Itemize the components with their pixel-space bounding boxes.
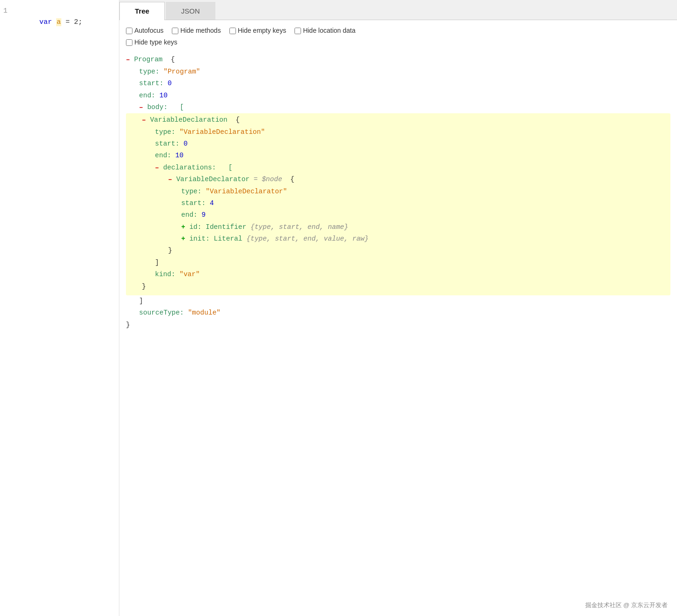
expand-id[interactable]: + xyxy=(181,221,189,233)
options-row-2: Hide type keys xyxy=(126,37,670,48)
key-type2: type: xyxy=(155,126,179,138)
tree-line-program: – Program { xyxy=(126,54,670,66)
code-rest: = 2; xyxy=(61,18,82,26)
collapse-var-decl[interactable]: – xyxy=(142,114,150,126)
collapse-declarations[interactable]: – xyxy=(155,162,163,174)
tree-line-close-body: ] xyxy=(126,295,670,307)
key-init: init: Literal xyxy=(189,233,246,245)
code-line-1: 1 var a = 2; xyxy=(0,5,119,40)
tab-json[interactable]: JSON xyxy=(166,2,215,20)
option-hide-methods-label: Hide methods xyxy=(180,25,221,37)
tree-line-sourcetype: sourceType: "module" xyxy=(126,307,670,319)
val-end-program: 10 xyxy=(160,90,168,102)
collapse-body[interactable]: – xyxy=(139,102,147,113)
tree-line-close-vardeclarator: } xyxy=(129,245,668,257)
val-kind: "var" xyxy=(179,269,200,280)
option-hide-empty-keys[interactable]: Hide empty keys xyxy=(229,25,286,37)
expand-init[interactable]: + xyxy=(181,233,189,245)
option-hide-empty-keys-label: Hide empty keys xyxy=(238,25,286,37)
right-panel: Tree JSON Autofocus Hide methods Hide em… xyxy=(119,0,677,616)
checkbox-hide-empty-keys[interactable] xyxy=(229,28,236,34)
key-declarations: declarations: [ xyxy=(163,162,232,174)
val-type-program: "Program" xyxy=(163,66,200,78)
tree-line-end-program: end: 10 xyxy=(126,90,670,102)
key-id: id: Identifier xyxy=(189,221,250,233)
punc: { xyxy=(162,54,175,66)
val-start-vardeclarator: 4 xyxy=(210,198,214,209)
variable-a: a xyxy=(56,18,61,26)
key-type: type: xyxy=(139,66,163,78)
tab-tree[interactable]: Tree xyxy=(119,2,165,20)
punc-close-declarations: ] xyxy=(155,257,159,269)
key-body: body: [ xyxy=(147,102,184,113)
option-hide-location-data-label: Hide location data xyxy=(303,25,355,37)
punc2: { xyxy=(228,114,240,126)
tree-line-kind: kind: "var" xyxy=(129,269,668,280)
tree-content: – Program { type: "Program" start: 0 end… xyxy=(119,51,677,616)
tree-line-type-program: type: "Program" xyxy=(126,66,670,78)
val-start-program: 0 xyxy=(168,78,172,89)
val-start-vardecl: 0 xyxy=(184,138,188,150)
tree-line-end-vardecl: end: 10 xyxy=(129,150,668,161)
option-hide-location-data[interactable]: Hide location data xyxy=(294,25,355,37)
tree-line-start-vardeclarator: start: 4 xyxy=(129,198,668,209)
tree-line-close-declarations: ] xyxy=(129,257,668,269)
highlight-block: – VariableDeclaration { type: "VariableD… xyxy=(126,113,670,295)
key-kind: kind: xyxy=(155,269,179,280)
options-row-1: Autofocus Hide methods Hide empty keys H… xyxy=(126,25,670,37)
options-bar: Autofocus Hide methods Hide empty keys H… xyxy=(119,20,677,51)
node-var-declarator: VariableDeclarator xyxy=(176,174,250,185)
punc-close-vardeclarator: } xyxy=(168,245,172,257)
collapse-var-declarator[interactable]: – xyxy=(168,174,176,185)
tree-line-id: + id: Identifier {type, start, end, name… xyxy=(129,221,668,233)
id-props: {type, start, end, name} xyxy=(250,221,348,233)
key-start: start: xyxy=(139,78,168,89)
checkbox-hide-methods[interactable] xyxy=(172,28,178,34)
node-var-decl: VariableDeclaration xyxy=(150,114,227,126)
tree-line-close-program: } xyxy=(126,319,670,331)
val-type-vardeclarator: "VariableDeclarator" xyxy=(206,186,287,198)
tree-line-type-vardeclarator: type: "VariableDeclarator" xyxy=(129,186,668,198)
key-end2: end: xyxy=(155,150,176,161)
key-type3: type: xyxy=(181,186,206,198)
punc-close-program: } xyxy=(126,319,130,331)
punc-close-body: ] xyxy=(139,295,143,307)
option-hide-methods[interactable]: Hide methods xyxy=(172,25,221,37)
val-end-vardecl: 10 xyxy=(176,150,184,161)
val-sourcetype: "module" xyxy=(188,307,221,319)
checkbox-hide-type-keys[interactable] xyxy=(126,39,132,46)
option-autofocus-label: Autofocus xyxy=(134,25,163,37)
key-start2: start: xyxy=(155,138,184,150)
tree-line-var-declarator: – VariableDeclarator = $node { xyxy=(129,174,668,185)
tree-line-declarations: – declarations: [ xyxy=(129,162,668,174)
tab-bar: Tree JSON xyxy=(119,0,677,20)
node-program: Program xyxy=(134,54,162,66)
tree-line-close-vardecl: } xyxy=(129,281,668,293)
key-end: end: xyxy=(139,90,160,102)
code-content: var a = 2; xyxy=(14,6,82,39)
tree-line-body: – body: [ xyxy=(126,102,670,113)
punc3: { xyxy=(282,174,294,185)
tree-line-end-vardeclarator: end: 9 xyxy=(129,209,668,221)
option-autofocus[interactable]: Autofocus xyxy=(126,25,163,37)
key-end3: end: xyxy=(181,209,202,221)
node-meta: = $node xyxy=(250,174,282,185)
key-start3: start: xyxy=(181,198,210,209)
tree-line-start-program: start: 0 xyxy=(126,78,670,89)
watermark: 掘金技术社区 @ 京东云开发者 xyxy=(585,601,668,609)
line-number: 1 xyxy=(0,6,14,39)
checkbox-autofocus[interactable] xyxy=(126,28,132,34)
val-type-vardecl: "VariableDeclaration" xyxy=(179,126,265,138)
val-end-vardeclarator: 9 xyxy=(202,209,206,221)
tree-line-type-vardecl: type: "VariableDeclaration" xyxy=(129,126,668,138)
tree-line-init: + init: Literal {type, start, end, value… xyxy=(129,233,668,245)
checkbox-hide-location-data[interactable] xyxy=(294,28,301,34)
option-hide-type-keys-label: Hide type keys xyxy=(134,37,177,48)
tree-line-start-vardecl: start: 0 xyxy=(129,138,668,150)
init-props: {type, start, end, value, raw} xyxy=(246,233,368,245)
tree-line-var-decl: – VariableDeclaration { xyxy=(129,114,668,126)
option-hide-type-keys[interactable]: Hide type keys xyxy=(126,37,177,48)
key-sourcetype: sourceType: xyxy=(139,307,188,319)
collapse-program[interactable]: – xyxy=(126,54,134,66)
punc-close-vardecl: } xyxy=(142,281,146,293)
